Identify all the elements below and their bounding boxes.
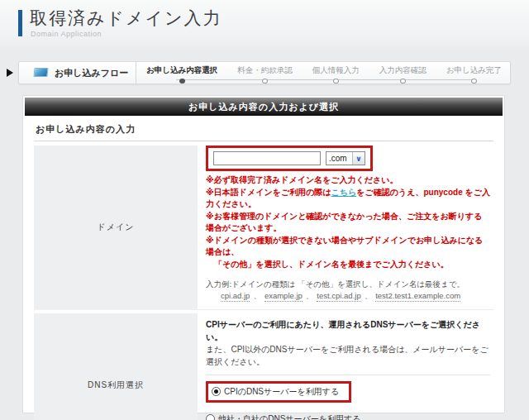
- dns-row-label: DNS利用選択: [34, 313, 198, 420]
- example-domain: test.cpi.ad.jp: [317, 291, 360, 302]
- flow-step-personal-info: 個人情報入力: [312, 65, 360, 84]
- flow-marker-icon: [7, 69, 13, 77]
- warning-text: 「その他」を選択し、ドメイン名を最後までご入力ください。: [206, 259, 490, 271]
- radio-option-cpi-dns[interactable]: CPIのDNSサーバーを利用する: [212, 386, 339, 398]
- accent-bar: [18, 10, 22, 36]
- flow-title: お申し込みフロー: [55, 67, 128, 79]
- step-dot: [262, 79, 268, 84]
- domain-row-label: ドメイン: [34, 146, 198, 310]
- domain-row-content: .com ∨ ※必ず取得完了済みドメイン名をご入力ください。 ※日本語ドメインを…: [198, 146, 493, 310]
- domain-input-highlight-box: .com ∨: [206, 146, 373, 171]
- chevron-down-icon: ∨: [352, 152, 365, 165]
- dns-description: また、CPI以外のDNSサーバーをご利用される場合は、メールサーバーをご選択くだ…: [206, 343, 490, 368]
- input-example: 入力例:ドメインの種類は 「その他」を選択し、ドメイン名は最後まで。 cpi.a…: [206, 279, 490, 303]
- monitor-icon: [33, 68, 48, 77]
- page-header: 取得済みドメイン入力 Domain Application: [0, 0, 529, 51]
- flow-step-complete: お申し込み完了: [446, 65, 502, 84]
- example-domain: test2.test1.example.com: [375, 291, 460, 302]
- divider: [206, 375, 490, 375]
- here-link[interactable]: こちら: [331, 188, 357, 197]
- dns-row-content: CPIサーバーのご利用にあたり、運用されるDNSサーバーをご選択ください。 また…: [198, 313, 493, 420]
- warning-text: ※ドメインの種類が選択できない場合やサブドメインでお申し込みになる場合は、: [206, 235, 490, 259]
- example-domains: cpi.ad.jp、example.jp、test.cpi.ad.jp、test…: [221, 290, 490, 302]
- radio-option-other-dns[interactable]: 他社・自社のDNSサーバーを利用する: [206, 413, 490, 420]
- flow-bar: お申し込みフロー お申し込み内容選択 料金・約款承認 個人情報入力 入力内容確認…: [18, 61, 511, 84]
- step-dot: [400, 79, 406, 84]
- step-dot: [179, 79, 185, 84]
- flow-step-content-select: お申し込み内容選択: [146, 65, 217, 84]
- example-domain: example.jp: [264, 291, 303, 302]
- warning-text: ※お客様管理のドメインと確認ができなかった場合、ご注文をお断りする場合がございま…: [206, 211, 490, 235]
- flow-step-fee-approval: 料金・約款承認: [237, 65, 293, 84]
- example-domain: cpi.ad.jp: [221, 291, 250, 302]
- page-subtitle: Domain Application: [31, 30, 102, 38]
- dns-row: DNS利用選択 CPIサーバーのご利用にあたり、運用されるDNSサーバーをご選択…: [34, 313, 493, 420]
- flow-step-confirm: 入力内容確認: [379, 65, 427, 84]
- tld-selected-value: .com: [326, 154, 352, 163]
- example-intro: 入力例:ドメインの種類は 「その他」を選択し、ドメイン名は最後まで。: [206, 279, 490, 290]
- tld-select[interactable]: .com ∨: [326, 151, 365, 165]
- main-panel: お申し込み内容の入力および選択 お申し込み内容の入力 ドメイン .com ∨ ※…: [22, 95, 505, 413]
- domain-input[interactable]: [213, 151, 321, 165]
- flow-steps: お申し込み内容選択 料金・約款承認 個人情報入力 入力内容確認 お申し込み完了: [136, 62, 510, 84]
- step-dot: [333, 79, 339, 84]
- radio-button-icon[interactable]: [212, 387, 221, 396]
- step-dot: [471, 79, 477, 84]
- warning-text: ※必ず取得完了済みドメイン名をご入力ください。: [206, 174, 490, 187]
- radio-button-icon[interactable]: [206, 414, 215, 420]
- dns-description-strong: CPIサーバーのご利用にあたり、運用されるDNSサーバーをご選択ください。: [206, 318, 490, 343]
- domain-warnings: ※必ず取得完了済みドメイン名をご入力ください。 ※日本語ドメインをご利用の際はこ…: [206, 174, 490, 270]
- warning-text: ※日本語ドメインをご利用の際はこちらをご確認のうえ、punycode をご入力く…: [206, 187, 490, 211]
- flow-title-group: お申し込みフロー: [19, 62, 136, 84]
- section-title: お申し込み内容の入力: [34, 123, 493, 141]
- content-header-bar: お申し込み内容の入力および選択: [25, 98, 503, 116]
- page-title: 取得済みドメイン入力: [30, 7, 222, 30]
- application-form: ドメイン .com ∨ ※必ず取得完了済みドメイン名をご入力ください。 ※日本語…: [34, 146, 493, 420]
- domain-row: ドメイン .com ∨ ※必ず取得完了済みドメイン名をご入力ください。 ※日本語…: [34, 146, 493, 310]
- dns-option-highlight-box: CPIのDNSサーバーを利用する: [206, 381, 351, 403]
